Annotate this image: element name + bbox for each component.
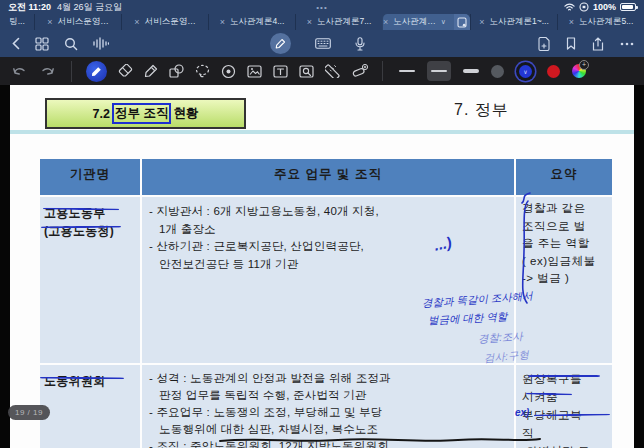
add-page-icon[interactable] bbox=[538, 37, 550, 51]
ruler-icon[interactable] bbox=[325, 64, 341, 78]
col-header-institution: 기관명 bbox=[40, 159, 140, 195]
tab-close-icon[interactable]: × bbox=[307, 17, 312, 27]
stroke-thin-option[interactable] bbox=[399, 70, 415, 72]
page-icon bbox=[457, 17, 467, 28]
chevron-down-icon[interactable]: ∨ bbox=[441, 18, 446, 26]
pencil-icon bbox=[275, 38, 286, 49]
pen-strikethrough bbox=[218, 435, 542, 445]
reader-view-button[interactable] bbox=[454, 14, 470, 30]
redo-icon[interactable] bbox=[40, 65, 55, 77]
search-icon[interactable] bbox=[64, 37, 78, 51]
tab-close-icon[interactable]: × bbox=[479, 17, 484, 27]
battery-icon bbox=[620, 3, 636, 11]
laser-pointer-icon[interactable] bbox=[221, 64, 236, 79]
audio-waveform-icon[interactable] bbox=[93, 37, 109, 50]
divider-line bbox=[10, 130, 634, 134]
more-icon[interactable] bbox=[620, 42, 634, 46]
pen-tool-selected[interactable] bbox=[86, 61, 107, 82]
pen-underline bbox=[528, 375, 600, 377]
tab-7[interactable]: ×노사관계론5... bbox=[557, 14, 644, 30]
title-suffix: 현황 bbox=[173, 105, 198, 122]
rotation-lock-icon bbox=[579, 2, 589, 12]
tab-2[interactable]: ×서비스운영… bbox=[121, 14, 208, 30]
pdf-page[interactable]: 7.2 정부 조직 현황 7. 정부 기관명 주요 업무 및 조직 요약 고용노… bbox=[10, 85, 634, 448]
status-bar: 오전 11:20 4월 26일 금요일 ••• 100% bbox=[0, 0, 644, 14]
col-header-summary: 요약 bbox=[516, 159, 612, 195]
undo-icon[interactable] bbox=[12, 65, 27, 77]
bookmark-icon[interactable] bbox=[566, 37, 576, 50]
pen-box-annotation: 정부 조직 bbox=[112, 103, 171, 124]
tab-bar: 팅... ×서비스운영… ×서비스운영… ×노사관계론4... ×노사관계론7.… bbox=[0, 14, 644, 30]
clock: 오전 11:20 bbox=[8, 1, 51, 14]
grid-view-icon[interactable] bbox=[35, 37, 49, 51]
color-wheel-add-button[interactable] bbox=[572, 64, 586, 78]
color-red-swatch[interactable] bbox=[547, 65, 560, 78]
battery-percent: 100% bbox=[593, 2, 616, 12]
add-pen-icon[interactable] bbox=[352, 64, 368, 78]
eraser-icon[interactable] bbox=[118, 64, 133, 78]
multitasking-indicator[interactable]: ••• bbox=[316, 3, 327, 12]
col-header-duties: 주요 업무 및 조직 bbox=[142, 159, 514, 195]
nav-toolbar bbox=[0, 30, 644, 57]
lasso-icon[interactable] bbox=[195, 64, 210, 78]
slide-title-box: 7.2 정부 조직 현황 bbox=[45, 98, 246, 129]
tab-close-icon[interactable]: × bbox=[134, 17, 139, 27]
pen-icon bbox=[91, 66, 102, 77]
sticker-icon[interactable] bbox=[299, 65, 314, 78]
handwritten-ex-label: ex) bbox=[515, 407, 529, 418]
color-gray-swatch[interactable] bbox=[491, 65, 504, 78]
image-icon[interactable] bbox=[247, 65, 262, 78]
tab-0[interactable]: 팅... bbox=[0, 14, 34, 30]
table-header-row: 기관명 주요 업무 및 조직 요약 bbox=[40, 159, 612, 195]
tab-close-icon[interactable]: × bbox=[220, 17, 225, 27]
tab-1[interactable]: ×서비스운영… bbox=[34, 14, 121, 30]
stroke-thick-option[interactable] bbox=[463, 69, 479, 73]
tab-4[interactable]: ×노사관계론7... bbox=[295, 14, 382, 30]
keyboard-icon[interactable] bbox=[315, 38, 331, 49]
pen-toolbar: ∨ bbox=[0, 57, 644, 85]
highlighter-icon[interactable] bbox=[144, 64, 158, 78]
share-icon[interactable] bbox=[592, 37, 604, 51]
wifi-icon bbox=[564, 3, 575, 12]
tab-3[interactable]: ×노사관계론4... bbox=[208, 14, 295, 30]
microphone-icon[interactable] bbox=[355, 37, 365, 51]
tab-close-icon[interactable]: × bbox=[383, 17, 388, 27]
tab-close-icon[interactable]: × bbox=[47, 17, 52, 27]
pen-scribble: ...) bbox=[432, 233, 453, 253]
institution-name: 고용노동부 (고용노동청) bbox=[40, 197, 140, 363]
title-prefix: 7.2 bbox=[93, 107, 110, 121]
stroke-medium-option-selected[interactable] bbox=[427, 61, 451, 81]
date: 4월 26일 금요일 bbox=[57, 1, 122, 14]
page-indicator[interactable]: 19 / 19 bbox=[8, 405, 50, 420]
section-heading: 7. 정부 bbox=[454, 100, 509, 121]
pen-mode-button[interactable] bbox=[270, 33, 291, 54]
text-tool-icon[interactable] bbox=[273, 65, 288, 78]
duties-cell: - 지방관서 : 6개 지방고용노동청, 40개 지청, 1개 출장소 - 산하… bbox=[142, 197, 514, 363]
tab-5-active[interactable]: × 노사관계… ∨ bbox=[382, 14, 470, 30]
color-blue-swatch-selected[interactable]: ∨ bbox=[516, 62, 535, 81]
tab-6[interactable]: ×노사관계론1~... bbox=[470, 14, 557, 30]
tab-close-icon[interactable]: × bbox=[569, 17, 574, 27]
chevron-down-icon: ∨ bbox=[519, 65, 532, 78]
ipad-screen: 오전 11:20 4월 26일 금요일 ••• 100% 팅... ×서비스운영… bbox=[0, 0, 644, 448]
back-chevron-icon[interactable] bbox=[12, 37, 20, 50]
document-canvas[interactable]: 7.2 정부 조직 현황 7. 정부 기관명 주요 업무 및 조직 요약 고용노… bbox=[0, 85, 644, 448]
shapes-icon[interactable] bbox=[169, 64, 184, 78]
